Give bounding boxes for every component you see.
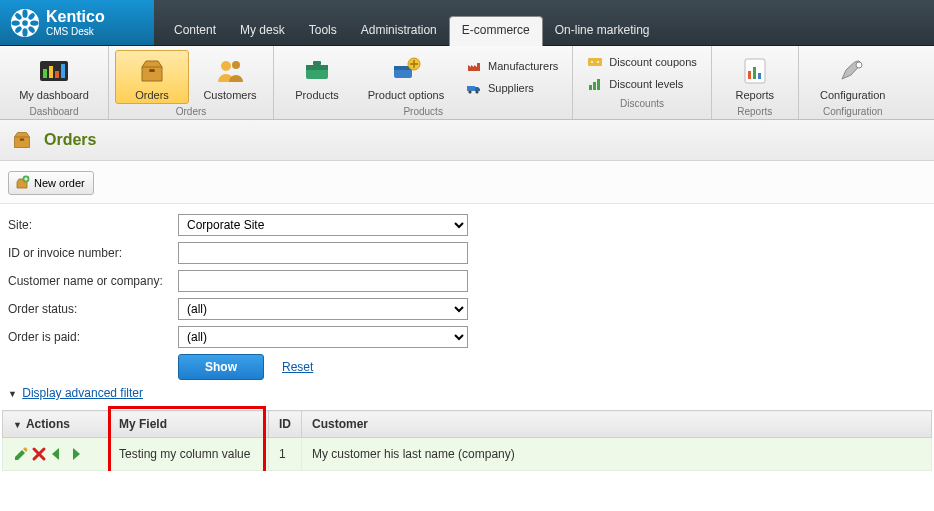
- svg-rect-38: [20, 139, 25, 141]
- grid-header-customer[interactable]: Customer: [302, 411, 932, 438]
- edit-icon[interactable]: [13, 446, 29, 462]
- ribbon-item-label: Configuration: [820, 89, 885, 101]
- status-select[interactable]: (all): [178, 298, 468, 320]
- ribbon-orders[interactable]: Orders: [115, 50, 189, 104]
- topnav-content[interactable]: Content: [162, 17, 228, 45]
- ribbon-item-label: Suppliers: [488, 82, 534, 94]
- svg-point-25: [468, 90, 471, 93]
- topnav-ecommerce[interactable]: E-commerce: [449, 16, 543, 46]
- advanced-filter-toggle[interactable]: ▼ Display advanced filter: [0, 384, 934, 410]
- ribbon-discount-levels[interactable]: Discount levels: [583, 74, 700, 94]
- dashboard-icon: [38, 55, 70, 87]
- ribbon-group-reports: Reports Reports: [712, 46, 799, 119]
- svg-rect-19: [306, 65, 328, 70]
- orders-grid: ▼Actions My Field ID Customer Testing my…: [2, 410, 932, 471]
- discount-levels-icon: [587, 76, 603, 92]
- ribbon-item-label: Product options: [368, 89, 444, 101]
- manufacturers-icon: [466, 58, 482, 74]
- add-icon: [14, 175, 30, 191]
- ribbon-group-label: Configuration: [823, 106, 882, 117]
- svg-point-1: [22, 20, 28, 26]
- topnav-tools[interactable]: Tools: [297, 17, 349, 45]
- ribbon-group-label: Products: [403, 106, 442, 117]
- orders-icon: [10, 128, 34, 152]
- ribbon-reports[interactable]: Reports: [718, 50, 792, 104]
- svg-point-2: [22, 9, 27, 17]
- orders-icon: [136, 55, 168, 87]
- ribbon-item-label: Reports: [736, 89, 775, 101]
- product-options-icon: [390, 55, 422, 87]
- ribbon-item-label: My dashboard: [19, 89, 89, 101]
- reset-link[interactable]: Reset: [282, 360, 313, 374]
- svg-rect-24: [467, 86, 475, 91]
- grid-header-id[interactable]: ID: [269, 411, 302, 438]
- chevron-down-icon: ▼: [8, 389, 17, 399]
- ribbon-group-dashboard: My dashboard Dashboard: [0, 46, 109, 119]
- top-nav: Content My desk Tools Administration E-c…: [154, 0, 662, 45]
- ribbon-product-options[interactable]: Product options: [358, 50, 454, 104]
- grid-header-actions[interactable]: ▼Actions: [3, 411, 109, 438]
- ribbon-products[interactable]: Products: [280, 50, 354, 104]
- cell-id: 1: [269, 438, 302, 471]
- ribbon-my-dashboard[interactable]: My dashboard: [6, 50, 102, 104]
- grid-header-myfield[interactable]: My Field: [109, 411, 269, 438]
- page-title-bar: Orders: [0, 120, 934, 161]
- prev-status-icon[interactable]: [49, 446, 65, 462]
- customer-input[interactable]: [178, 270, 468, 292]
- row-actions: [13, 446, 98, 462]
- svg-point-28: [591, 61, 593, 63]
- svg-point-16: [221, 61, 231, 71]
- reports-icon: [739, 55, 771, 87]
- svg-rect-14: [61, 64, 65, 78]
- cell-customer: My customer his last name (company): [302, 438, 932, 471]
- advanced-filter-label: Display advanced filter: [22, 386, 143, 400]
- brand-name: Kentico: [46, 9, 105, 25]
- next-status-icon[interactable]: [67, 446, 83, 462]
- configuration-icon: [837, 55, 869, 87]
- cell-myfield: Testing my column value: [109, 438, 269, 471]
- table-row: Testing my column value 1 My customer hi…: [3, 438, 932, 471]
- customers-icon: [214, 55, 246, 87]
- id-input[interactable]: [178, 242, 468, 264]
- ribbon-customers[interactable]: Customers: [193, 50, 267, 104]
- ribbon-group-label: Dashboard: [30, 106, 79, 117]
- filter-label-id: ID or invoice number:: [8, 246, 178, 260]
- svg-rect-11: [43, 69, 47, 78]
- topnav-online-marketing[interactable]: On-line marketing: [543, 17, 662, 45]
- filter-label-status: Order status:: [8, 302, 178, 316]
- ribbon-item-label: Customers: [203, 89, 256, 101]
- ribbon-group-discounts: Discount coupons Discount levels Discoun…: [573, 46, 711, 119]
- svg-point-3: [22, 28, 27, 36]
- svg-rect-35: [753, 67, 756, 79]
- app-header: Kentico CMS Desk Content My desk Tools A…: [0, 0, 934, 46]
- brand: Kentico CMS Desk: [0, 0, 154, 45]
- svg-rect-31: [593, 82, 596, 90]
- topnav-administration[interactable]: Administration: [349, 17, 449, 45]
- show-button[interactable]: Show: [178, 354, 264, 380]
- ribbon-configuration[interactable]: Configuration: [805, 50, 901, 104]
- brand-sub: CMS Desk: [46, 27, 105, 37]
- button-label: New order: [34, 177, 85, 189]
- chevron-down-icon: ▼: [13, 420, 22, 430]
- ribbon-group-products: Products Product options Manufacturers: [274, 46, 573, 119]
- svg-rect-13: [55, 71, 59, 78]
- page-title: Orders: [44, 131, 96, 149]
- paid-select[interactable]: (all): [178, 326, 468, 348]
- delete-icon[interactable]: [31, 446, 47, 462]
- ribbon-discount-coupons[interactable]: Discount coupons: [583, 52, 700, 72]
- page-toolbar: New order: [0, 161, 934, 204]
- site-select[interactable]: Corporate Site: [178, 214, 468, 236]
- ribbon-item-label: Manufacturers: [488, 60, 558, 72]
- ribbon-suppliers[interactable]: Suppliers: [462, 78, 562, 98]
- topnav-mydesk[interactable]: My desk: [228, 17, 297, 45]
- svg-point-29: [597, 61, 599, 63]
- filter-form: Site: Corporate Site ID or invoice numbe…: [0, 204, 934, 384]
- discount-coupons-icon: [587, 54, 603, 70]
- svg-point-4: [11, 20, 19, 25]
- svg-point-26: [475, 90, 478, 93]
- ribbon-manufacturers[interactable]: Manufacturers: [462, 56, 562, 76]
- ribbon-item-label: Orders: [135, 89, 169, 101]
- new-order-button[interactable]: New order: [8, 171, 94, 195]
- ribbon-group-label: Reports: [737, 106, 772, 117]
- svg-rect-20: [313, 61, 321, 65]
